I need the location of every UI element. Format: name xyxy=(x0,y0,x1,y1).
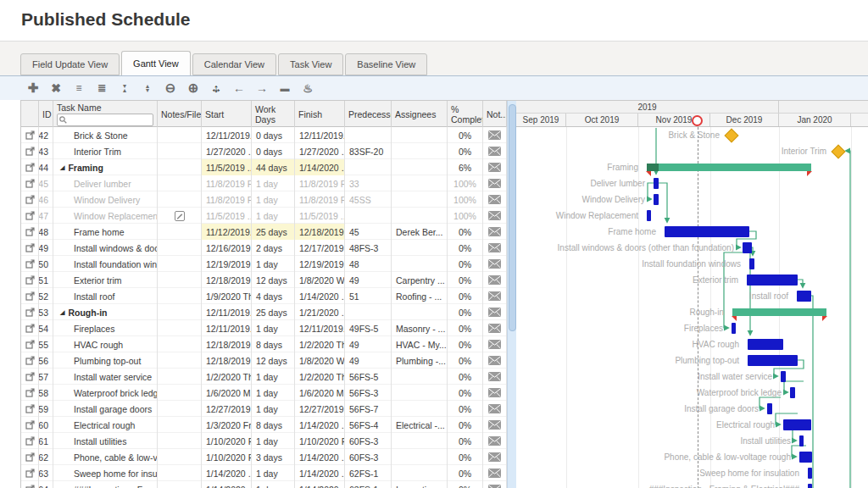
cell-notes-files[interactable] xyxy=(158,191,202,208)
table-row[interactable]: 45Deliver lumber11/8/2019 Fri1 day11/8/2… xyxy=(21,175,507,191)
gantt-bar-task[interactable] xyxy=(747,274,798,286)
cell-predecessors[interactable]: 49 xyxy=(345,272,392,288)
cell-task-name[interactable]: Install garage doors xyxy=(53,401,158,417)
cell-start[interactable]: 1/6/2020 M... xyxy=(202,385,252,401)
cell-notes-files[interactable] xyxy=(158,159,202,175)
notify-envelope-icon[interactable] xyxy=(488,420,501,430)
cell-work-days[interactable]: 12 days xyxy=(252,352,295,369)
table-row[interactable]: 56Plumbing top-out12/18/2019...12 days1/… xyxy=(21,352,507,369)
zoom-in-icon[interactable]: ⊕ xyxy=(183,80,203,96)
cell-open[interactable] xyxy=(21,127,39,143)
cell-start[interactable]: 12/18/2019... xyxy=(202,272,252,288)
table-row[interactable]: 53◢Rough-in12/11/2019...25 days1/21/2020… xyxy=(21,304,507,320)
cell-notify[interactable] xyxy=(483,304,507,320)
gantt-bar-task[interactable] xyxy=(783,419,811,430)
col-notify-header[interactable]: Not... xyxy=(483,101,507,127)
notify-envelope-icon[interactable] xyxy=(488,291,501,301)
table-row[interactable]: 50Install foundation windows12/19/2019..… xyxy=(21,256,507,272)
cell-notes-files[interactable] xyxy=(158,272,202,288)
cell-assignees[interactable] xyxy=(392,208,448,224)
open-row-icon[interactable] xyxy=(25,291,35,301)
cell-pct-complete[interactable]: 0% xyxy=(448,449,483,465)
gantt-bar-task[interactable] xyxy=(808,484,812,488)
cell-notes-files[interactable] xyxy=(158,127,202,143)
cell-task-name[interactable]: Install utilities xyxy=(53,433,158,449)
cell-task-name[interactable]: Install water service xyxy=(53,369,158,385)
cell-start[interactable]: 1/3/2020 Fri xyxy=(202,417,252,433)
cell-open[interactable] xyxy=(21,352,39,369)
indent-task-icon[interactable]: ≡ xyxy=(69,80,89,96)
table-row[interactable]: 58Waterproof brick ledge1/6/2020 M...1 d… xyxy=(21,385,507,401)
cell-finish[interactable]: 1/10/2020 Fri xyxy=(295,433,345,449)
table-row[interactable]: 62Phone, cable & low-voltage rough1/10/2… xyxy=(21,449,507,465)
cell-assignees[interactable] xyxy=(392,159,448,175)
gantt-bar-task[interactable] xyxy=(808,468,812,479)
cell-task-name[interactable]: Brick & Stone xyxy=(53,127,158,143)
cell-pct-complete[interactable]: 0% xyxy=(448,127,483,143)
cell-notes-files[interactable] xyxy=(158,385,202,401)
cell-work-days[interactable]: 1 day xyxy=(252,369,295,385)
cell-assignees[interactable]: Roofing - ... xyxy=(392,288,448,304)
cell-notes-files[interactable] xyxy=(158,256,202,272)
cell-pct-complete[interactable]: 0% xyxy=(448,401,483,417)
cell-assignees[interactable] xyxy=(392,143,448,159)
cell-assignees[interactable] xyxy=(392,175,448,191)
outdent-task-icon[interactable]: ≣ xyxy=(92,80,112,96)
collapse-all-icon[interactable]: ▾▴ xyxy=(114,80,135,96)
cell-start[interactable]: 11/8/2019 Fri xyxy=(202,191,252,208)
cell-notify[interactable] xyxy=(483,127,507,143)
cell-notify[interactable] xyxy=(483,143,507,159)
cell-pct-complete[interactable]: 0% xyxy=(448,304,483,320)
cell-finish[interactable]: 1/14/2020 ... xyxy=(295,417,345,433)
cell-work-days[interactable]: 1 day xyxy=(252,481,295,488)
cell-task-name[interactable]: Plumbing top-out xyxy=(53,352,158,369)
cell-open[interactable] xyxy=(21,481,39,488)
cell-open[interactable] xyxy=(21,369,39,385)
cell-assignees[interactable] xyxy=(392,449,448,465)
cell-finish[interactable]: 1/27/2020 ... xyxy=(295,143,345,159)
open-row-icon[interactable] xyxy=(25,485,35,488)
cell-notify[interactable] xyxy=(483,433,507,449)
cell-work-days[interactable]: 8 days xyxy=(252,336,295,352)
cell-notify[interactable] xyxy=(483,240,507,256)
col-assignees-header[interactable]: Assignees xyxy=(392,101,448,127)
cell-assignees[interactable] xyxy=(392,240,448,256)
cell-assignees[interactable] xyxy=(392,385,448,401)
notify-envelope-icon[interactable] xyxy=(488,388,501,397)
cell-work-days[interactable]: 25 days xyxy=(252,304,295,320)
col-predecessors-header[interactable]: Predecessors xyxy=(345,101,392,127)
table-row[interactable]: 46Window Delivery11/8/2019 Fri1 day11/8/… xyxy=(21,191,507,208)
open-row-icon[interactable] xyxy=(25,372,35,381)
cell-finish[interactable]: 12/18/2019... xyxy=(295,224,345,240)
notify-envelope-icon[interactable] xyxy=(488,179,501,188)
col-work-days-header[interactable]: Work Days xyxy=(252,101,295,127)
notify-envelope-icon[interactable] xyxy=(488,147,501,156)
cell-notify[interactable] xyxy=(483,224,507,240)
cell-finish[interactable]: 1/14/2020 ... xyxy=(295,465,345,481)
add-task-icon[interactable]: ✚ xyxy=(23,80,43,96)
cell-predecessors[interactable]: 45 xyxy=(345,224,392,240)
gantt-bar-task[interactable] xyxy=(647,210,651,221)
gantt-bar-task[interactable] xyxy=(790,387,795,398)
cell-start[interactable]: 12/11/2019... xyxy=(202,304,252,320)
cell-assignees[interactable]: Inspection ... xyxy=(392,481,448,488)
open-row-icon[interactable] xyxy=(25,227,35,236)
cell-start[interactable]: 11/5/2019 ... xyxy=(202,159,252,175)
cell-pct-complete[interactable]: 0% xyxy=(448,240,483,256)
notify-envelope-icon[interactable] xyxy=(488,227,501,236)
cell-finish[interactable]: 1/14/2020 ... xyxy=(295,481,345,488)
cell-task-name[interactable]: Exterior trim xyxy=(53,272,158,288)
cell-start[interactable]: 12/16/2019... xyxy=(202,240,252,256)
cell-finish[interactable]: 1/14/2020 ... xyxy=(295,449,345,465)
cell-start[interactable]: 1/2/2020 Thu xyxy=(202,369,252,385)
cell-predecessors[interactable]: 56FS-7 xyxy=(345,401,392,417)
cell-work-days[interactable]: 1 day xyxy=(252,320,295,336)
cell-open[interactable] xyxy=(21,256,39,272)
gantt-bar-task[interactable] xyxy=(654,194,659,205)
cell-assignees[interactable] xyxy=(392,465,448,481)
table-row[interactable]: 54Fireplaces12/11/2019...1 day12/11/2019… xyxy=(21,320,507,336)
cell-finish[interactable]: 1/6/2020 M... xyxy=(295,385,345,401)
notify-envelope-icon[interactable] xyxy=(488,436,501,446)
open-row-icon[interactable] xyxy=(25,388,35,397)
cell-assignees[interactable]: Masonry - ... xyxy=(392,320,448,336)
